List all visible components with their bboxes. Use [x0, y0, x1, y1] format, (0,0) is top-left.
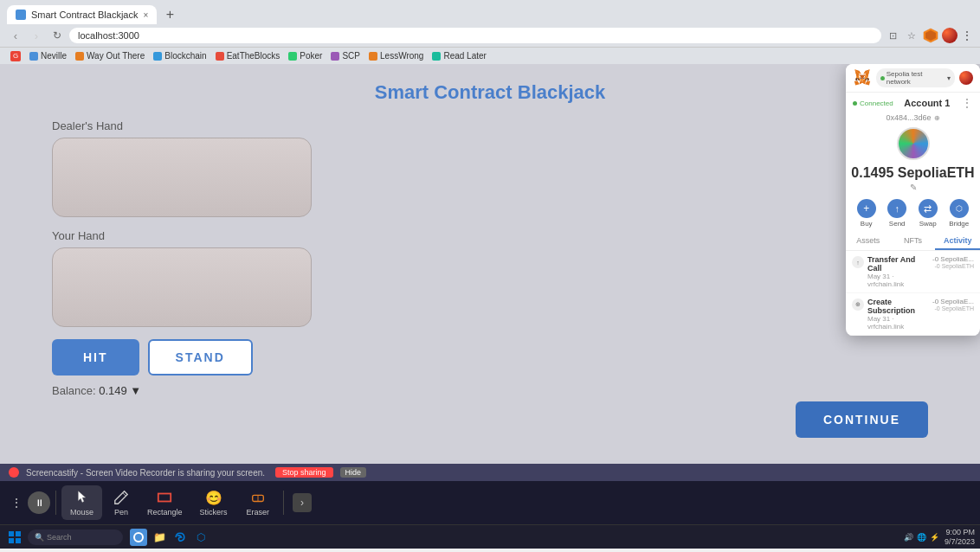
pen-icon	[113, 489, 130, 506]
system-tray: 🔊 🌐 ⚡	[904, 533, 939, 542]
metamask-extension-btn[interactable]	[923, 28, 938, 43]
svg-rect-41	[9, 531, 14, 536]
stand-button[interactable]: STAND	[148, 339, 253, 375]
clock: 9:00 PM 9/7/2023	[945, 528, 975, 547]
address-bar[interactable]: localhost:3000	[69, 28, 881, 43]
mm-network-badge[interactable]: Sepolia test network ▾	[876, 68, 955, 87]
bookmark-scp[interactable]: SCP	[327, 50, 364, 61]
dealer-hand-label: Dealer's Hand	[52, 119, 928, 132]
mm-address[interactable]: 0x484...3d6e ⊕	[846, 113, 980, 124]
nav-bar: ‹ › ↻ localhost:3000 ⊡ ☆ ⋮	[0, 24, 980, 47]
tool-mouse[interactable]: Mouse	[61, 485, 102, 520]
tab-bar: Smart Contract Blackjack × +	[0, 0, 980, 24]
your-hand-section: Your Hand	[52, 229, 928, 327]
balance-label: Balance:	[52, 384, 96, 397]
reload-button[interactable]: ↻	[48, 27, 66, 44]
activity-1-amount: -0 SepoliaE... -0 SepoliaETH	[932, 255, 974, 269]
bookmark-eattheblocks[interactable]: EatTheBlocks	[212, 50, 284, 61]
tool-stickers[interactable]: 😊 Stickers	[191, 485, 236, 520]
taskbar-vscode[interactable]: ⬡	[192, 529, 210, 546]
mm-connected-label: Connected	[860, 99, 893, 107]
annotation-toolbar: ⋮ ⏸ Mouse Pen Rectangle 😊 St	[0, 481, 980, 524]
taskbar-explorer[interactable]: 📁	[151, 529, 168, 546]
activity-item-1: ↑ Transfer And Call May 31 · vrfchain.li…	[846, 251, 980, 293]
bookmark-readlater[interactable]: Read Later	[429, 50, 489, 61]
hit-button[interactable]: HIT	[52, 339, 139, 375]
mm-tab-bar: Assets NFTs Activity	[846, 233, 980, 251]
mm-profile-avatar	[959, 71, 973, 85]
browser-chrome: Smart Contract Blackjack × + ‹ › ↻ local…	[0, 0, 980, 64]
bookmark-g[interactable]: G	[7, 50, 24, 62]
forward-button[interactable]: ›	[28, 27, 45, 44]
screencast-icon	[9, 467, 19, 478]
hide-button[interactable]: Hide	[340, 467, 367, 478]
taskbar-chrome[interactable]	[130, 529, 147, 546]
pause-button[interactable]: ⏸	[28, 491, 50, 514]
game-title: Smart Contract Blackjack	[52, 81, 928, 104]
activity-2-name: Create Subscription	[867, 298, 929, 315]
mm-balance-edit[interactable]: ✎	[846, 183, 980, 196]
metamask-popup: Sepolia test network ▾ Connected Account…	[846, 64, 980, 336]
menu-button[interactable]: ⋮	[961, 29, 973, 42]
bookmark-lesswrong[interactable]: LessWrong	[365, 50, 427, 61]
active-tab[interactable]: Smart Contract Blackjack ×	[7, 5, 157, 24]
svg-point-33	[861, 78, 861, 79]
tool-eraser[interactable]: Eraser	[238, 485, 279, 520]
bookmark-neville[interactable]: Neville	[26, 50, 70, 61]
toolbar-dots[interactable]: ⋮	[7, 492, 26, 513]
windows-taskbar: 🔍Search 📁 ⬡ 🔊 🌐 ⚡ 9:00 PM 9/7/2023	[0, 524, 980, 549]
mm-identicon	[897, 127, 930, 160]
balance-display: Balance: 0.149 ▼	[52, 384, 928, 397]
mm-more-menu[interactable]: ⋮	[961, 96, 973, 110]
screencast-bar: Screencastify - Screen Video Recorder is…	[0, 464, 980, 481]
new-tab-button[interactable]: +	[160, 5, 179, 24]
mm-account-name: Account 1	[893, 98, 961, 108]
mm-tab-activity[interactable]: Activity	[935, 233, 980, 250]
svg-marker-11	[860, 80, 863, 84]
mm-tab-assets[interactable]: Assets	[846, 233, 891, 250]
tool-rectangle[interactable]: Rectangle	[140, 485, 190, 520]
mm-buy-btn[interactable]: + Buy	[857, 199, 876, 228]
start-button[interactable]	[5, 528, 24, 547]
mm-tab-nfts[interactable]: NFTs	[891, 233, 936, 250]
dealer-hand-section: Dealer's Hand	[52, 119, 928, 217]
stickers-icon: 😊	[205, 489, 222, 506]
activity-1-name: Transfer And Call	[867, 255, 929, 273]
rectangle-icon	[156, 489, 173, 506]
svg-rect-42	[16, 531, 21, 536]
mm-bridge-btn[interactable]: ⬡ Bridge	[949, 199, 969, 228]
eraser-icon	[249, 489, 267, 506]
svg-marker-18	[855, 78, 857, 81]
activity-2-amount: -0 SepoliaE... -0 SepoliaETH	[932, 298, 974, 311]
tool-pen[interactable]: Pen	[104, 485, 139, 520]
extensions-icon[interactable]: ⊡	[885, 28, 900, 43]
activity-1-date: May 31 · vrfchain.link	[867, 273, 929, 288]
your-hand-label: Your Hand	[52, 229, 928, 242]
svg-line-37	[123, 493, 126, 497]
svg-marker-4	[865, 81, 870, 86]
star-icon[interactable]: ☆	[904, 28, 919, 43]
mm-activity-list: ↑ Transfer And Call May 31 · vrfchain.li…	[846, 251, 980, 336]
continue-button[interactable]: CONTINUE	[796, 401, 928, 438]
activity-2-date: May 31 · vrfchain.link	[867, 315, 929, 331]
bookmark-poker[interactable]: Poker	[285, 50, 326, 61]
mm-header: Sepolia test network ▾	[846, 64, 980, 93]
bookmark-wayoutthere[interactable]: Way Out There	[72, 50, 148, 61]
back-button[interactable]: ‹	[7, 27, 24, 44]
screencast-message: Screencastify - Screen Video Recorder is…	[26, 468, 265, 478]
stop-sharing-button[interactable]: Stop sharing	[275, 467, 333, 478]
svg-point-34	[863, 78, 864, 79]
mm-swap-btn[interactable]: ⇄ Swap	[919, 199, 938, 228]
toolbar-collapse-btn[interactable]: ›	[293, 493, 312, 512]
taskbar-edge[interactable]	[171, 529, 189, 546]
search-bar[interactable]: 🔍Search	[28, 530, 123, 545]
mm-send-btn[interactable]: ↑ Send	[887, 199, 906, 228]
profile-avatar[interactable]	[942, 28, 957, 43]
mm-actions: + Buy ↑ Send ⇄ Swap ⬡ Bridge	[846, 196, 980, 233]
mm-balance: 0.1495 SepoliaETH	[846, 164, 980, 183]
player-card-area	[52, 247, 312, 327]
mm-account-row: Connected Account 1 ⋮	[846, 93, 980, 113]
metamask-fox-icon	[853, 68, 872, 87]
bookmark-blockchain[interactable]: Blockchain	[150, 50, 210, 61]
svg-marker-19	[867, 78, 869, 81]
